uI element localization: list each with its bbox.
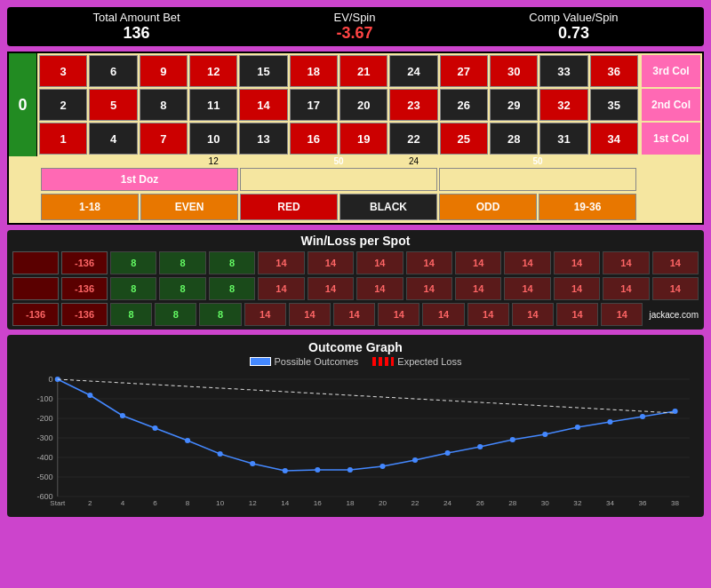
number-cell-30[interactable]: 30 [490, 55, 538, 87]
svg-point-33 [607, 419, 612, 425]
svg-text:0: 0 [49, 375, 53, 384]
wl-cell-1-3: 14 [258, 277, 304, 300]
win-loss-title: Win/Loss per Spot [12, 234, 699, 248]
number-cell-2[interactable]: 2 [39, 89, 87, 121]
wl-row-1: -136888141414141414141414 [12, 277, 699, 300]
number-cell-16[interactable]: 16 [290, 123, 338, 155]
wl-side-0: -136 [61, 251, 108, 274]
comp-value-block: Comp Value/Spin 0.73 [529, 11, 618, 43]
ev-spin-block: EV/Spin -3.67 [334, 11, 376, 43]
wl-cell-2-10: 14 [556, 303, 598, 326]
number-cell-28[interactable]: 28 [490, 123, 538, 155]
wl-cell-2-11: 14 [601, 303, 643, 326]
number-cell-34[interactable]: 34 [590, 123, 638, 155]
legend-expected: Expected Loss [372, 356, 461, 367]
outside-bets-row: 1-18 EVEN RED BLACK ODD 19-36 [9, 191, 702, 223]
wl-cell-1-4: 14 [308, 277, 354, 300]
bet-red[interactable]: RED [240, 194, 338, 220]
wl-cell-1-1: 8 [159, 277, 205, 300]
wl-cell-2-2: 8 [199, 303, 241, 326]
svg-text:-200: -200 [36, 414, 52, 423]
svg-text:36: 36 [639, 499, 648, 507]
svg-point-26 [379, 464, 385, 469]
bet-odd[interactable]: ODD [439, 194, 537, 220]
svg-text:26: 26 [476, 499, 485, 507]
bet-even[interactable]: EVEN [140, 194, 238, 220]
svg-point-18 [120, 413, 125, 418]
wl-cell-2-9: 14 [512, 303, 554, 326]
svg-point-25 [348, 467, 353, 473]
number-cell-11[interactable]: 11 [189, 89, 237, 121]
number-cell-4[interactable]: 4 [89, 123, 137, 155]
wl-cell-0-11: 14 [652, 251, 699, 274]
dozen-2nd[interactable]: 50 [240, 168, 437, 191]
number-cell-15[interactable]: 15 [239, 55, 287, 87]
wl-cell-0-7: 14 [455, 251, 501, 274]
number-cell-22[interactable]: 22 [389, 123, 437, 155]
number-cell-10[interactable]: 10 [189, 123, 237, 155]
wl-cell-2-7: 14 [422, 303, 464, 326]
number-cell-1[interactable]: 1 [39, 123, 87, 155]
outcome-graph-svg: 0 -100 -200 -300 -400 -500 -600 [12, 370, 699, 508]
wl-cell-0-4: 14 [308, 251, 354, 274]
bet-black[interactable]: BLACK [340, 194, 437, 220]
svg-text:Start: Start [50, 499, 66, 507]
dozen-1st[interactable]: 1st Doz [41, 168, 238, 191]
numbers-grid: 3691215182124273033362581114172023262932… [37, 53, 640, 156]
wl-cell-1-2: 8 [209, 277, 255, 300]
number-cell-26[interactable]: 26 [440, 89, 488, 121]
number-cell-8[interactable]: 8 [140, 89, 188, 121]
number-cell-35[interactable]: 35 [590, 89, 638, 121]
svg-text:24: 24 [443, 499, 452, 507]
number-cell-3[interactable]: 3 [39, 55, 87, 87]
number-cell-20[interactable]: 20 [340, 89, 387, 121]
svg-point-31 [542, 432, 547, 437]
wl-cell-0-10: 14 [603, 251, 649, 274]
svg-text:34: 34 [606, 499, 615, 507]
bet-1-18[interactable]: 1-18 [41, 194, 139, 220]
number-cell-29[interactable]: 29 [490, 89, 538, 121]
number-cell-25[interactable]: 25 [440, 123, 488, 155]
wl-cell-0-9: 14 [554, 251, 600, 274]
dozen-3rd[interactable]: 50 [439, 168, 636, 191]
bet-19-36[interactable]: 19-36 [539, 194, 636, 220]
wl-left-2: -136 [12, 303, 59, 326]
number-cell-31[interactable]: 31 [539, 123, 587, 155]
svg-point-30 [510, 437, 515, 442]
number-cell-33[interactable]: 33 [539, 55, 587, 87]
number-cell-6[interactable]: 6 [89, 55, 137, 87]
number-cell-18[interactable]: 18 [290, 55, 338, 87]
col-label-2nd[interactable]: 2nd Col [642, 89, 700, 121]
number-cell-36[interactable]: 36 [590, 55, 638, 87]
number-cell-9[interactable]: 9 [140, 55, 188, 87]
legend-possible-label: Possible Outcomes [275, 356, 359, 367]
wl-cell-2-3: 14 [244, 303, 286, 326]
svg-point-19 [152, 425, 157, 431]
number-cell-17[interactable]: 17 [290, 89, 338, 121]
number-cell-7[interactable]: 7 [140, 123, 188, 155]
number-cell-32[interactable]: 32 [539, 89, 587, 121]
wl-cell-1-0: 8 [110, 277, 156, 300]
number-cell-27[interactable]: 27 [440, 55, 488, 87]
col-label-1st[interactable]: 1st Col [642, 123, 700, 155]
number-cell-24[interactable]: 24 [389, 55, 437, 87]
number-cell-13[interactable]: 13 [239, 123, 287, 155]
wl-cell-0-1: 8 [159, 251, 205, 274]
svg-text:32: 32 [573, 499, 582, 507]
svg-rect-0 [12, 370, 699, 508]
zero-cell[interactable]: 0 [9, 53, 37, 156]
number-cell-21[interactable]: 21 [340, 55, 387, 87]
number-cell-14[interactable]: 14 [239, 89, 287, 121]
number-cell-12[interactable]: 12 [189, 55, 237, 87]
svg-point-23 [283, 468, 288, 473]
graph-legend: Possible Outcomes Expected Loss [12, 356, 699, 367]
svg-text:20: 20 [379, 499, 387, 507]
number-cell-5[interactable]: 5 [89, 89, 137, 121]
chip-label-24: 24 [389, 156, 437, 166]
wl-cell-0-8: 14 [504, 251, 550, 274]
number-cell-23[interactable]: 23 [389, 89, 437, 121]
svg-text:38: 38 [671, 499, 680, 507]
wl-cell-2-8: 14 [467, 303, 509, 326]
col-label-3rd[interactable]: 3rd Col [642, 55, 700, 87]
number-cell-19[interactable]: 19 [340, 123, 387, 155]
